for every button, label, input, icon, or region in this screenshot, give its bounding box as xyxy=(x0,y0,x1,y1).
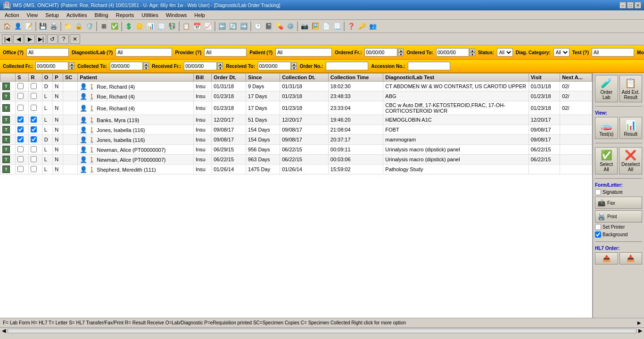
row-test[interactable]: Pathology Study xyxy=(383,165,528,174)
table-row[interactable]: TDN👤 🚶 Roe, Richard (4)Insu01/31/189 Day… xyxy=(0,82,592,91)
toolbar-person[interactable]: 👤 xyxy=(13,21,23,32)
toolbar-doc[interactable]: 📃 xyxy=(332,21,342,32)
maximize-btn[interactable]: □ xyxy=(627,2,634,8)
toolbar-camera[interactable]: 📷 xyxy=(299,21,310,32)
row-test[interactable]: FOBT xyxy=(383,125,528,135)
row-patient[interactable]: 👤 🚶 Roe, Richard (4) xyxy=(78,101,194,115)
toolbar-stats[interactable]: 📈 xyxy=(203,21,213,32)
row-t-btn[interactable]: T xyxy=(0,135,16,145)
table-row[interactable]: TLN👤 🚶 Newman, Alice (PT00000007)Insu06/… xyxy=(0,145,592,155)
office-input[interactable] xyxy=(26,48,69,57)
toolbar-save[interactable]: 💾 xyxy=(38,21,48,32)
order-no-input[interactable] xyxy=(326,62,368,70)
row-test[interactable]: Urinalysis macro (dipstick) panel xyxy=(383,145,528,155)
toolbar-table[interactable]: 📋 xyxy=(181,21,191,32)
s-checkbox[interactable] xyxy=(17,116,24,123)
set-printer-checkbox[interactable] xyxy=(595,224,601,230)
toolbar-invoice[interactable]: 🧾 xyxy=(156,21,166,32)
toolbar-refresh2[interactable]: 🔄 xyxy=(228,21,238,32)
row-t-btn[interactable]: T xyxy=(0,155,16,165)
table-row[interactable]: TLN👤 🚶 Banks, Myra (119)Insu12/20/1751 D… xyxy=(0,115,592,125)
menu-utilities[interactable]: Utilities xyxy=(138,11,162,19)
hl7-send-button[interactable]: 📤 xyxy=(595,252,618,265)
collected-to-spin[interactable]: ▲▼ xyxy=(143,62,149,70)
row-t-btn[interactable]: T xyxy=(0,125,16,135)
t-button[interactable]: T xyxy=(2,165,10,173)
close-btn[interactable]: ✕ xyxy=(635,2,641,8)
scroll-left-btn[interactable]: ◀ xyxy=(0,328,8,334)
collected-to-input[interactable] xyxy=(110,62,143,70)
toolbar-chart[interactable]: 📊 xyxy=(145,21,156,32)
scroll-right-btn[interactable]: ▶ xyxy=(636,328,644,334)
fax-button[interactable]: 📠 Fax xyxy=(595,197,642,209)
nav-refresh[interactable]: ↺ xyxy=(47,34,58,44)
nav-first[interactable]: |◀ xyxy=(2,34,12,44)
r-checkbox[interactable] xyxy=(31,156,37,162)
menu-action[interactable]: Action xyxy=(1,11,23,19)
menu-reports[interactable]: Reports xyxy=(112,11,138,19)
deselect-all-button[interactable]: ❌ Deselect All xyxy=(619,147,642,174)
toolbar-home[interactable]: 🏠 xyxy=(2,21,12,32)
toolbar-rx[interactable]: 💊 xyxy=(274,21,285,32)
table-row[interactable]: TLN👤 🚶 Newman, Alice (PT00000007)Insu06/… xyxy=(0,155,592,165)
s-checkbox[interactable] xyxy=(17,105,24,111)
menu-windows[interactable]: Windows xyxy=(162,11,191,19)
result-button[interactable]: 📊 Result xyxy=(619,117,643,139)
s-checkbox[interactable] xyxy=(17,166,24,172)
nav-next[interactable]: ▶ xyxy=(25,34,35,44)
r-checkbox[interactable] xyxy=(31,83,37,89)
menu-billing[interactable]: Billing xyxy=(91,11,112,19)
select-all-button[interactable]: ✅ Select All xyxy=(595,147,618,174)
row-patient[interactable]: 👤 🚶 Newman, Alice (PT00000007) xyxy=(78,155,194,165)
diaglab-input[interactable] xyxy=(116,48,172,57)
toolbar-lock[interactable]: 🔒 xyxy=(74,21,84,32)
toolbar-key[interactable]: 🔑 xyxy=(357,21,367,32)
menu-setup[interactable]: Setup xyxy=(41,11,63,19)
s-checkbox[interactable] xyxy=(17,136,24,142)
row-patient[interactable]: 👤 🚶 Roe, Richard (4) xyxy=(78,91,194,101)
table-row[interactable]: TLN👤 🚶 Jones, Isabella (116)Insu09/08/17… xyxy=(0,125,592,135)
toolbar-coins[interactable]: 🪙 xyxy=(134,21,145,32)
toolbar-word[interactable]: 📄 xyxy=(321,21,331,32)
r-checkbox[interactable] xyxy=(31,136,37,142)
r-checkbox[interactable] xyxy=(31,126,37,132)
toolbar-calendar[interactable]: 📅 xyxy=(192,21,202,32)
nav-help[interactable]: ? xyxy=(58,34,69,44)
row-patient[interactable]: 👤 🚶 Newman, Alice (PT00000007) xyxy=(78,145,194,155)
received-to-input[interactable] xyxy=(258,62,291,70)
scroll-right-icon[interactable]: ▶ xyxy=(637,320,641,325)
accession-no-input[interactable] xyxy=(408,62,450,70)
s-checkbox[interactable] xyxy=(17,93,24,99)
received-from-spin[interactable]: ▲▼ xyxy=(217,62,223,70)
toolbar-transfer[interactable]: 💱 xyxy=(167,21,177,32)
horizontal-scrollbar[interactable]: ◀ ▶ xyxy=(0,327,644,334)
toolbar-folder[interactable]: 📁 xyxy=(63,21,73,32)
r-checkbox[interactable] xyxy=(31,105,37,111)
r-checkbox[interactable] xyxy=(31,146,37,152)
s-checkbox[interactable] xyxy=(17,156,24,162)
toolbar-help2[interactable]: ❓ xyxy=(346,21,356,32)
ordered-from-input[interactable] xyxy=(364,48,397,57)
received-to-spin[interactable]: ▲▼ xyxy=(291,62,297,70)
table-row[interactable]: TLN👤 🚶 Roe, Richard (4)Insu01/23/1817 Da… xyxy=(0,91,592,101)
tests-button[interactable]: 🧫 Test(s) xyxy=(595,117,618,139)
toolbar-dollar[interactable]: 💲 xyxy=(124,21,134,32)
status-select[interactable]: All xyxy=(497,48,513,57)
ordered-from-spin[interactable]: ▲▼ xyxy=(398,49,404,56)
signature-checkbox[interactable] xyxy=(595,189,601,195)
row-test[interactable]: CT ABDOMEN W/ & WO CONTRAST, US CAROTID … xyxy=(383,82,528,91)
row-test[interactable]: HEMOGLOBIN A1C xyxy=(383,115,528,125)
collected-from-spin[interactable]: ▲▼ xyxy=(69,62,74,70)
patient-input[interactable] xyxy=(275,48,332,57)
t-button[interactable]: T xyxy=(2,83,10,90)
scroll-track[interactable] xyxy=(8,329,636,333)
toolbar-arrow-left[interactable]: ⬅️ xyxy=(217,21,227,32)
row-patient[interactable]: 👤 🚶 Shepherd, Meredith (111) xyxy=(78,165,194,174)
menu-help[interactable]: Help xyxy=(190,11,209,19)
table-row[interactable]: TLN👤 🚶 Shepherd, Meredith (111)Insu01/26… xyxy=(0,165,592,174)
toolbar-print2[interactable]: 🖨️ xyxy=(49,21,59,32)
row-test[interactable]: ABG xyxy=(383,91,528,101)
nav-last[interactable]: ▶| xyxy=(36,34,46,44)
print-button[interactable]: 🖨️ Print xyxy=(595,210,642,223)
background-checkbox[interactable] xyxy=(595,232,601,238)
